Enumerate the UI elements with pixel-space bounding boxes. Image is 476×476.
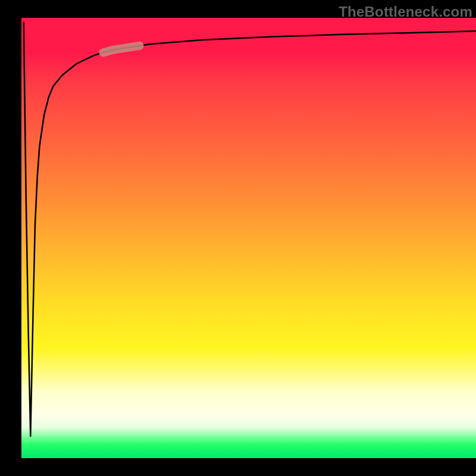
plot-area [21, 18, 476, 458]
watermark-text: TheBottleneck.com [339, 4, 472, 20]
chart-container: TheBottleneck.com [0, 0, 476, 476]
